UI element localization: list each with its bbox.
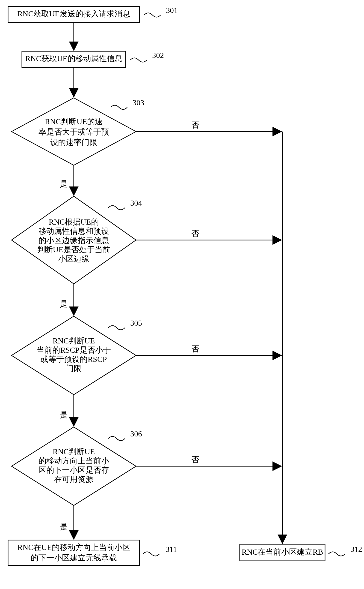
step-302-text: RNC获取UE的移动属性信息: [25, 54, 122, 63]
step-305-l1: RNC判断UE: [52, 336, 95, 345]
step-304-l5: 小区边缘: [58, 254, 90, 263]
label-306-no: 否: [191, 455, 199, 464]
step-306-num: 306: [130, 429, 142, 438]
label-305-yes: 是: [60, 410, 68, 419]
step-311-num: 311: [166, 545, 177, 554]
step-311-l1: RNC在UE的移动方向上当前小区: [17, 543, 130, 552]
step-304-l3: 的小区边缘指示信息: [39, 236, 109, 245]
label-304-no: 否: [191, 229, 199, 238]
step-304-l2: 移动属性信息和预设: [39, 227, 109, 235]
step-305-l4: 门限: [66, 364, 82, 373]
step-303-l1: RNC判断UE的速: [45, 117, 103, 126]
step-303-num: 303: [133, 98, 144, 107]
step-304-l1: RNC根据UE的: [49, 218, 99, 226]
step-305-l2: 当前的RSCP是否小于: [37, 346, 111, 354]
step-303-l3: 设的速率门限: [50, 138, 97, 147]
step-303-l2: 率是否大于或等于预: [39, 128, 109, 136]
step-311-l2: 的下一小区建立无线承载: [31, 554, 117, 562]
step-305-num: 305: [130, 319, 142, 327]
step-304-num: 304: [130, 199, 142, 207]
label-303-no: 否: [191, 121, 199, 129]
label-305-no: 否: [191, 345, 199, 353]
step-305-l3: 或等于预设的RSCP: [41, 355, 107, 363]
step-304-l4: 判断UE是否处于当前: [37, 245, 110, 254]
step-302-num: 302: [152, 51, 164, 60]
label-306-yes: 是: [60, 522, 68, 531]
step-306-l2: 的移动方向上当前小: [39, 456, 109, 465]
step-301-num: 301: [166, 6, 178, 14]
label-303-yes: 是: [60, 180, 68, 188]
step-312-num: 312: [351, 545, 362, 554]
step-312-text: RNC在当前小区建立RB: [242, 548, 323, 556]
label-304-yes: 是: [60, 300, 68, 308]
step-306-l3: 区的下一小区是否存: [39, 466, 109, 474]
step-306-l4: 在可用资源: [54, 475, 93, 483]
step-306-l1: RNC判断UE: [52, 447, 95, 456]
step-301-text: RNC获取UE发送的接入请求消息: [17, 9, 130, 18]
